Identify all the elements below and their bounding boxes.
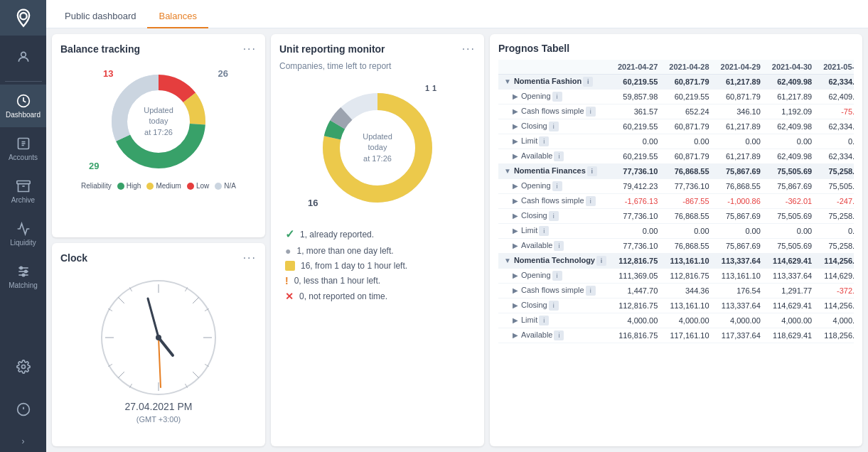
sidebar-item-liquidity[interactable]: Liquidity [0, 212, 46, 255]
table-cell: 113,337.64 [715, 254, 766, 269]
balance-tracking-menu[interactable]: ··· [243, 43, 257, 55]
table-cell: 118,256.50 [818, 328, 854, 343]
table-cell: -362.01 [766, 194, 818, 209]
svg-point-40 [156, 335, 161, 340]
table-cell: 75,505.69 [766, 209, 818, 224]
sidebar-item-settings[interactable] [0, 345, 46, 388]
table-row: ▶Closingi77,736.1076,868.5575,867.6975,5… [498, 209, 854, 224]
table-cell: 76,868.55 [715, 179, 766, 194]
table-row: ▶Availablei60,219.5560,871.7961,217.8962… [498, 149, 854, 164]
sidebar-item-accounts[interactable]: Accounts [0, 127, 46, 170]
unit-donut-container: 1 1 16 Updatedtodayat 17:26 [279, 77, 476, 219]
table-cell: 75,867.69 [715, 164, 766, 179]
table-cell: 113,161.10 [663, 254, 714, 269]
unit-legend-green-text: 1, already reported. [300, 230, 374, 240]
table-cell: 60,871.79 [663, 75, 714, 90]
clock-menu[interactable]: ··· [243, 252, 257, 264]
clock-face: 27.04.2021 PM (GMT +3:00) [60, 270, 257, 431]
table-cell: 62,409.98 [818, 90, 854, 104]
table-cell: 4,000.00 [766, 313, 818, 328]
table-cell: 112,816.75 [663, 269, 714, 284]
table-cell: 346.10 [715, 104, 766, 119]
clock-card: Clock ··· [52, 243, 265, 446]
table-cell: 60,219.55 [663, 90, 714, 104]
table-row: ▶Closingi60,219.5560,871.7961,217.8962,4… [498, 119, 854, 134]
table-cell: 77,736.10 [663, 179, 714, 194]
legend-high-dot [117, 183, 124, 190]
row-sub-label: ▶Availablei [498, 239, 612, 254]
unit-legend-orange-text: 0, less than 1 hour left. [294, 276, 380, 286]
table-cell: 113,161.10 [663, 298, 714, 313]
table-cell: 77,736.10 [612, 209, 663, 224]
app-logo [0, 0, 46, 36]
table-cell: 76,868.55 [663, 239, 714, 254]
table-cell: 62,334.47 [818, 75, 854, 90]
legend-medium-label: Medium [156, 182, 181, 190]
prognos-title: Prognos Tabell [498, 43, 569, 54]
svg-point-8 [20, 267, 22, 269]
table-cell: 114,256.50 [818, 298, 854, 313]
table-cell: 1,291.77 [766, 284, 818, 298]
balance-high-count: 13 [103, 68, 113, 79]
table-row: ▶Limiti0.000.000.000.000.000.00 [498, 224, 854, 239]
prognos-col-4: 2021-05-03 [818, 60, 854, 75]
table-cell: 114,256.50 [818, 254, 854, 269]
unit-reporting-menu[interactable]: ··· [462, 43, 476, 55]
table-cell: 60,871.79 [663, 119, 714, 134]
table-cell: 77,736.10 [612, 239, 663, 254]
table-row: ▶Openingi111,369.05112,816.75113,161.101… [498, 269, 854, 284]
tab-balances[interactable]: Balances [147, 5, 208, 28]
row-sub-label: ▶Openingi [498, 90, 612, 104]
tab-public-dashboard[interactable]: Public dashboard [53, 5, 147, 28]
table-row: ▶Availablei116,816.75117,161.10117,337.6… [498, 328, 854, 343]
unit-legend-green: ✓ 1, already reported. [285, 227, 470, 241]
svg-rect-4 [16, 181, 29, 183]
unit-label-16: 16 [308, 198, 318, 208]
table-cell: 0.00 [612, 224, 663, 239]
table-cell: 0.00 [715, 224, 766, 239]
sidebar-item-archive[interactable]: Archive [0, 170, 46, 212]
table-cell: 61,217.89 [715, 75, 766, 90]
row-sub-label: ▶Closingi [498, 119, 612, 134]
unit-orange-icon: ! [285, 275, 289, 286]
sidebar: Dashboard Accounts Archive Liquidity Mat… [0, 0, 46, 452]
clock-timezone: (GMT +3:00) [136, 415, 181, 424]
table-cell: 0.00 [766, 134, 818, 149]
unit-gray-icon: ● [285, 245, 291, 257]
table-cell: 4,000.00 [612, 313, 663, 328]
table-cell: 60,219.55 [612, 75, 663, 90]
table-cell: 75,505.69 [766, 239, 818, 254]
balance-donut-container: 13 29 26 Updatedtodayat 17:26 [60, 61, 257, 182]
unit-reporting-header: Unit reporting monitor ··· [279, 43, 476, 55]
sidebar-item-matching[interactable]: Matching [0, 255, 46, 298]
table-cell: 0.00 [715, 134, 766, 149]
unit-yellow-icon [285, 261, 295, 271]
unit-reporting-subtitle: Companies, time left to report [279, 61, 476, 71]
table-cell: 62,334.47 [818, 149, 854, 164]
legend-high-label: High [127, 182, 141, 190]
legend-na-dot [215, 183, 222, 190]
unit-legend-red-text: 0, not reported on time. [299, 291, 387, 301]
sidebar-item-info[interactable] [0, 388, 46, 431]
table-cell: 75,258.52 [818, 239, 854, 254]
table-cell: -1,676.13 [612, 194, 663, 209]
svg-point-9 [24, 270, 26, 272]
table-cell: 0.00 [818, 224, 854, 239]
table-cell: 75,867.69 [766, 179, 818, 194]
sidebar-item-dashboard[interactable]: Dashboard [0, 85, 46, 127]
sidebar-item-user[interactable] [0, 36, 46, 78]
sidebar-collapse-button[interactable]: › [0, 431, 46, 452]
unit-legend: ✓ 1, already reported. ● 1, more than on… [279, 227, 476, 302]
table-cell: 0.00 [663, 134, 714, 149]
prognos-table-wrapper[interactable]: 2021-04-27 2021-04-28 2021-04-29 2021-04… [498, 60, 854, 438]
table-row: ▼Nomentia Technologyi112,816.75113,161.1… [498, 254, 854, 269]
unit-legend-yellow-text: 16, from 1 day to 1 hour left. [301, 261, 407, 271]
balance-tracking-card: Balance tracking ··· 13 29 26 [52, 34, 265, 237]
legend-low: Low [187, 182, 209, 190]
table-row: ▼Nomentia Fashioni60,219.5560,871.7961,2… [498, 75, 854, 90]
legend-na: N/A [215, 182, 236, 190]
unit-legend-red: ✕ 0, not reported on time. [285, 291, 470, 302]
balance-na-count: 26 [218, 68, 228, 79]
table-cell: 59,857.98 [612, 90, 663, 104]
legend-medium: Medium [146, 182, 181, 190]
